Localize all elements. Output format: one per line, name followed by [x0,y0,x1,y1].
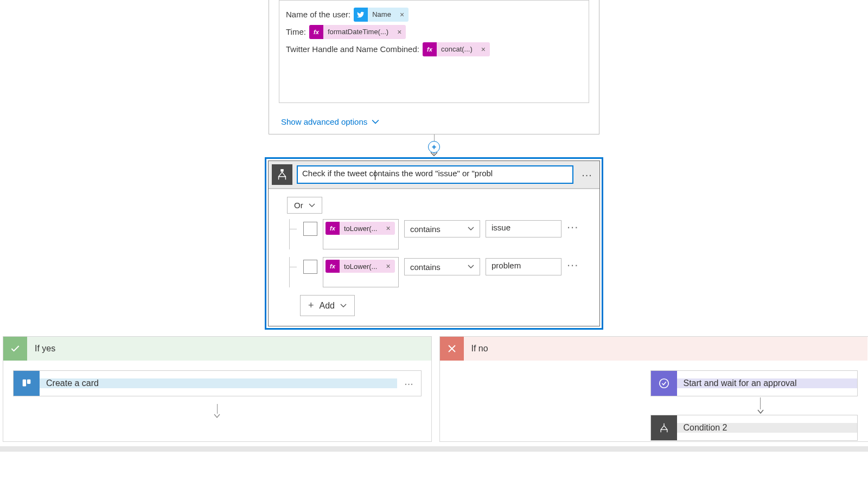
branch-label: If no [464,344,488,354]
insert-step-connector: + [0,134,868,157]
row-value-input[interactable]: problem [486,258,561,275]
token-remove[interactable]: × [477,42,490,56]
row-value-input[interactable]: issue [486,220,561,237]
operator-label: contains [410,262,441,272]
chevron-down-icon [468,264,474,270]
condition-icon [272,164,292,185]
chevron-down-icon [372,118,379,126]
token-label: concat(...) [437,42,477,56]
chevron-down-icon [340,303,347,309]
arrow-down-icon [213,414,221,419]
token-label: toLower(... [340,262,381,271]
token-tolower[interactable]: fx toLower(... × [326,260,395,273]
branch-header[interactable]: If no [440,337,868,361]
svg-rect-3 [27,380,30,384]
operator-label: contains [410,224,441,234]
token-label: formatDateTime(...) [323,25,393,39]
add-condition-row[interactable]: + Add [300,295,355,316]
compose-card: Name of the user: Name × Time: fx format… [269,0,599,134]
row-more-menu[interactable]: ··· [567,257,578,272]
row-more-menu[interactable]: ··· [567,219,578,234]
body-line-combined: Twitter Handle and Name Combined: fx con… [286,41,582,58]
body-label: Twitter Handle and Name Combined: [286,41,419,58]
tree-connector [287,257,298,287]
token-label: toLower(... [340,224,381,233]
approval-icon [651,370,677,396]
fx-icon: fx [423,42,437,56]
token-remove[interactable]: × [381,262,394,271]
action-create-card[interactable]: Create a card ··· [13,370,422,396]
branch-header[interactable]: If yes [3,337,431,361]
chevron-down-icon [309,202,315,209]
connector [654,397,868,415]
body-line-time: Time: fx formatDateTime(...) × [286,23,582,41]
branch-label: If yes [27,344,55,354]
row-operator-select[interactable]: contains [404,258,480,275]
token-label: Name [368,8,395,22]
viewport-cut-indicator [0,446,868,452]
row-left-operand[interactable]: fx toLower(... × [323,257,399,287]
row-left-operand[interactable]: fx toLower(... × [323,219,399,249]
insert-step-button[interactable]: + [428,141,440,153]
condition-icon [651,415,677,441]
group-operator-label: Or [294,201,303,210]
condition-card: Check if the tweet contains the word "is… [265,157,603,330]
chevron-down-icon [468,226,474,232]
row-select-checkbox[interactable] [303,260,317,274]
body-line-name: Name of the user: Name × [286,6,582,23]
show-advanced-options[interactable]: Show advanced options [269,113,599,134]
condition-body: Or fx toLower(... × [269,189,599,326]
row-operator-select[interactable]: contains [404,220,480,237]
tree-connector [287,219,298,249]
token-tolower[interactable]: fx toLower(... × [326,222,395,235]
svg-rect-0 [280,169,284,172]
token-remove[interactable]: × [381,224,394,233]
condition-more-menu[interactable]: ··· [578,169,596,181]
action-start-approval[interactable]: Start and wait for an approval [650,370,858,396]
row-value-text: problem [492,261,521,270]
svg-point-4 [659,379,668,388]
branch-if-no: If no Start and wait for an approval [439,336,869,442]
arrow-down-icon [757,409,764,415]
condition-header: Check if the tweet contains the word "is… [269,161,599,189]
condition-row: fx toLower(... × contains problem [287,257,592,287]
group-operator-select[interactable]: Or [287,197,322,214]
connector [3,404,431,419]
add-label: Add [320,301,335,311]
condition-row: fx toLower(... × contains issue · [287,219,592,249]
condition-title-input[interactable]: Check if the tweet contains the word "is… [297,165,573,184]
token-remove[interactable]: × [395,8,409,22]
body-label: Time: [286,23,306,41]
action-more-menu[interactable]: ··· [397,377,421,390]
action-condition-2[interactable]: Condition 2 [650,415,858,441]
row-value-text: issue [492,223,510,232]
token-remove[interactable]: × [393,25,406,39]
message-body-editor[interactable]: Name of the user: Name × Time: fx format… [279,0,589,103]
fx-icon: fx [326,260,340,273]
condition-title-text: Check if the tweet contains the word "is… [302,169,493,178]
body-label: Name of the user: [286,6,350,23]
token-name[interactable]: Name × [354,8,409,22]
action-title: Start and wait for an approval [677,378,858,388]
action-title: Condition 2 [677,423,858,433]
action-title: Create a card [40,378,397,388]
svg-rect-2 [23,380,26,387]
token-concat[interactable]: fx concat(...) × [423,42,490,56]
trello-icon [14,370,40,396]
fx-icon: fx [326,222,340,235]
check-icon [3,337,27,361]
branch-if-yes: If yes Create a card ··· [3,336,432,442]
advanced-label: Show advanced options [281,117,367,126]
condition-branches: If yes Create a card ··· If no [0,336,868,442]
close-icon [440,337,464,361]
token-formatdatetime[interactable]: fx formatDateTime(...) × [309,25,406,39]
row-select-checkbox[interactable] [303,222,317,236]
plus-icon: + [308,300,314,311]
fx-icon: fx [309,25,323,39]
twitter-icon [354,8,368,22]
